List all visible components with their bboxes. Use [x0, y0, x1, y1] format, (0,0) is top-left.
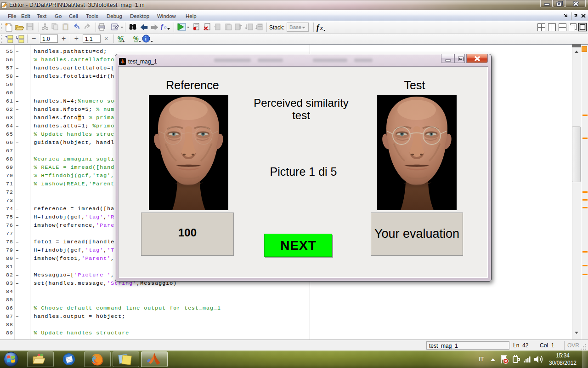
svg-text:%: %	[133, 35, 139, 42]
svg-text:o: o	[164, 24, 167, 29]
svg-text:x: x	[320, 24, 323, 31]
svg-text:+: +	[122, 39, 125, 44]
svg-text:f: f	[161, 23, 164, 30]
svg-text:f: f	[317, 23, 320, 32]
